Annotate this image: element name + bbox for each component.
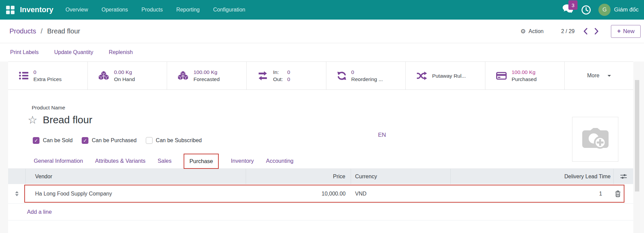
topbar: Inventory Overview Operations Products R… bbox=[0, 0, 644, 20]
control-panel: Products / Bread flour ⚙ Action 2 / 29 N… bbox=[0, 20, 644, 43]
tab-accounting[interactable]: Accounting bbox=[266, 158, 294, 164]
action-menu-button[interactable]: ⚙ Action bbox=[520, 28, 544, 34]
menu-reporting[interactable]: Reporting bbox=[176, 7, 199, 13]
gear-icon: ⚙ bbox=[520, 28, 526, 34]
tab-purchase[interactable]: Purchase bbox=[189, 158, 213, 164]
form-button-row: Print Labels Update Quantity Replenish bbox=[0, 43, 644, 61]
stat-purchased[interactable]: 100.00 Kg Purchased bbox=[485, 62, 565, 89]
optional-columns-button[interactable] bbox=[614, 169, 633, 184]
breadcrumb-products-link[interactable]: Products bbox=[9, 27, 36, 35]
header-delivery-lead-time[interactable]: Delivery Lead Time bbox=[451, 169, 614, 184]
more-button[interactable]: More bbox=[565, 62, 633, 89]
stat-in-out[interactable]: In:0 Out:0 bbox=[247, 62, 326, 89]
trash-icon bbox=[615, 190, 621, 197]
drag-handle-icon[interactable] bbox=[8, 191, 26, 196]
product-form-sheet: 0 Extra Prices 0.00 Kg On Hand bbox=[8, 61, 633, 233]
menu-overview[interactable]: Overview bbox=[65, 7, 88, 13]
row-handle-cell bbox=[8, 184, 26, 203]
translation-language-tag[interactable]: EN bbox=[378, 132, 386, 138]
product-name-value[interactable]: Bread flour bbox=[43, 114, 92, 126]
header-currency[interactable]: Currency bbox=[351, 169, 451, 184]
apps-grid-icon[interactable] bbox=[6, 6, 15, 14]
product-name-label: Product Name bbox=[32, 105, 633, 111]
exchange-arrows-icon bbox=[258, 71, 268, 80]
add-line-row: Add a line bbox=[8, 204, 633, 221]
delete-row-button[interactable] bbox=[614, 184, 633, 203]
chevron-right-icon[interactable] bbox=[595, 28, 599, 34]
topbar-menu: Overview Operations Products Reporting C… bbox=[65, 7, 245, 13]
user-menu[interactable]: G Giám đốc bbox=[598, 4, 639, 16]
menu-configuration[interactable]: Configuration bbox=[213, 7, 245, 13]
purchase-tab-highlight: Purchase bbox=[184, 154, 219, 169]
messages-button[interactable]: 3 bbox=[562, 4, 574, 16]
cell-currency[interactable]: VND bbox=[351, 184, 451, 203]
refresh-icon bbox=[337, 71, 346, 80]
product-image-placeholder[interactable] bbox=[572, 117, 618, 162]
cubes-icon bbox=[178, 71, 188, 80]
capability-checkboxes: Can be Sold Can be Purchased Can be Subs… bbox=[33, 137, 633, 144]
menu-products[interactable]: Products bbox=[141, 7, 163, 13]
vendor-table-row[interactable]: Ha Long Food Supply Company 10,000.00 VN… bbox=[8, 184, 633, 204]
notebook-tabs: General Information Attributes & Variant… bbox=[8, 153, 633, 169]
topbar-right: 3 G Giám đốc bbox=[562, 4, 641, 16]
sliders-icon bbox=[620, 174, 627, 179]
scrollbar[interactable] bbox=[635, 61, 640, 233]
vendor-table-header: Vendor Price Currency Delivery Lead Time bbox=[8, 169, 633, 184]
content-area: 0 Extra Prices 0.00 Kg On Hand bbox=[0, 61, 644, 233]
stat-reordering-rules[interactable]: 0 Reordering ... bbox=[326, 62, 406, 89]
scrollbar-thumb[interactable] bbox=[635, 80, 639, 191]
action-label: Action bbox=[529, 28, 543, 34]
tab-sales[interactable]: Sales bbox=[158, 158, 171, 164]
menu-operations[interactable]: Operations bbox=[102, 7, 128, 13]
stat-on-hand[interactable]: 0.00 Kg On Hand bbox=[88, 62, 167, 89]
header-vendor[interactable]: Vendor bbox=[26, 169, 246, 184]
avatar: G bbox=[598, 4, 611, 16]
new-button[interactable]: New bbox=[611, 25, 641, 38]
checkbox-can-be-subscribed[interactable]: Can be Subscribed bbox=[146, 137, 202, 144]
activities-button[interactable] bbox=[581, 5, 591, 15]
control-panel-right: ⚙ Action 2 / 29 New bbox=[520, 25, 641, 38]
checkbox-unchecked-icon bbox=[146, 137, 153, 144]
breadcrumb-separator: / bbox=[41, 27, 43, 35]
stat-extra-prices[interactable]: 0 Extra Prices bbox=[8, 62, 88, 89]
header-handle-column bbox=[8, 169, 26, 184]
add-a-line-button[interactable]: Add a line bbox=[27, 209, 52, 215]
list-icon bbox=[19, 72, 28, 80]
checkbox-checked-icon bbox=[82, 137, 88, 144]
form-body: Product Name ☆ Bread flour EN Can be S bbox=[8, 105, 633, 221]
pager-count: 2 / 29 bbox=[561, 28, 574, 34]
caret-down-icon bbox=[608, 75, 611, 77]
messages-count-badge: 3 bbox=[568, 0, 578, 10]
vendor-table: Vendor Price Currency Delivery Lead Time bbox=[8, 169, 633, 221]
cell-delivery-lead-time[interactable]: 1 bbox=[451, 184, 614, 203]
credit-card-icon bbox=[496, 72, 507, 80]
tab-general-information[interactable]: General Information bbox=[34, 158, 83, 164]
breadcrumb-current: Bread flour bbox=[47, 27, 80, 35]
stat-forecasted[interactable]: 100.00 Kg Forecasted bbox=[167, 62, 247, 89]
cell-vendor[interactable]: Ha Long Food Supply Company bbox=[26, 184, 246, 203]
update-quantity-button[interactable]: Update Quantity bbox=[54, 49, 93, 55]
cell-price[interactable]: 10,000.00 bbox=[246, 184, 351, 203]
checkbox-checked-icon bbox=[33, 137, 39, 144]
user-name: Giám đốc bbox=[614, 6, 639, 13]
favorite-star-icon[interactable]: ☆ bbox=[28, 114, 37, 125]
plus-icon bbox=[617, 28, 623, 35]
tab-attributes-variants[interactable]: Attributes & Variants bbox=[95, 158, 145, 164]
cubes-icon bbox=[99, 71, 109, 80]
product-name-row: ☆ Bread flour bbox=[28, 114, 633, 126]
header-price[interactable]: Price bbox=[246, 169, 351, 184]
app-name[interactable]: Inventory bbox=[20, 5, 53, 14]
print-labels-button[interactable]: Print Labels bbox=[10, 49, 39, 55]
replenish-button[interactable]: Replenish bbox=[109, 49, 133, 55]
breadcrumb: Products / Bread flour bbox=[9, 27, 80, 35]
checkbox-can-be-purchased[interactable]: Can be Purchased bbox=[82, 137, 137, 144]
tab-inventory[interactable]: Inventory bbox=[231, 158, 254, 164]
chevron-left-icon[interactable] bbox=[583, 28, 587, 34]
pager bbox=[583, 28, 599, 34]
stat-button-bar: 0 Extra Prices 0.00 Kg On Hand bbox=[8, 61, 633, 90]
stat-putaway-rules[interactable]: Putaway Rul... bbox=[406, 62, 485, 89]
checkbox-can-be-sold[interactable]: Can be Sold bbox=[33, 137, 73, 144]
shuffle-icon bbox=[417, 72, 427, 80]
camera-plus-icon bbox=[581, 128, 610, 151]
clock-icon bbox=[581, 5, 591, 15]
